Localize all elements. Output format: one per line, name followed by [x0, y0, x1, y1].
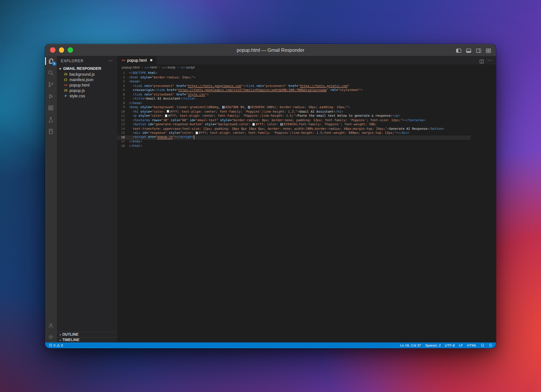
activity-source-control-icon[interactable] [45, 81, 57, 88]
file-item-manifest.json[interactable]: {}manifest.json [57, 77, 117, 82]
line-number: 8 [117, 101, 129, 106]
minimize-button[interactable] [59, 47, 64, 53]
file-list: JSbackground.js{}manifest.json<>popup.ht… [57, 72, 117, 99]
code-line-7[interactable]: 7 <title>Gmail AI Assistant</title> [117, 97, 496, 101]
close-button[interactable] [50, 47, 55, 53]
more-actions-icon[interactable]: ⋯ [109, 59, 114, 63]
json-file-icon: {} [64, 78, 68, 82]
breadcrumb-item-popup.html[interactable]: popup.html [122, 65, 140, 69]
breadcrumb: popup.html›</>html›</>body›</>script [117, 64, 496, 70]
encoding-setting[interactable]: UTF-8 [445, 343, 455, 347]
color-swatch[interactable] [196, 132, 198, 134]
file-name: style.css [69, 94, 85, 98]
color-swatch[interactable] [222, 106, 225, 108]
notifications-bell-icon[interactable] [489, 343, 493, 347]
modified-indicator[interactable] [150, 59, 152, 61]
layout-controls [456, 44, 491, 56]
file-name: background.js [69, 72, 95, 77]
color-swatch[interactable] [248, 106, 250, 108]
code-lines: 1<!DOCTYPE html>2<html style="border-rad… [117, 71, 496, 148]
activity-settings-icon[interactable] [45, 333, 57, 340]
line-number: 12 [117, 119, 129, 123]
editor-area: <> popup.html ⋯ popup.html›</>html›</>bo… [117, 56, 496, 342]
code-line-10[interactable]: 10 <h1 style="color: #fff; text-align: c… [117, 110, 496, 114]
code-line-16[interactable]: 16 <script src="popup.js"></script> [117, 136, 496, 140]
file-item-style.css[interactable]: #style.css [57, 93, 117, 99]
color-swatch[interactable] [280, 123, 283, 125]
activity-explorer-icon[interactable]: 1 [45, 58, 57, 64]
zoom-button[interactable] [68, 47, 73, 53]
tab-label: popup.html [127, 58, 147, 63]
activity-extensions-icon[interactable] [45, 105, 57, 111]
title-bar[interactable]: popup.html — Gmail Responder [45, 44, 496, 56]
code-line-12[interactable]: 12 <textarea rows="10" cols="60" id="ema… [117, 119, 496, 123]
code-line-13[interactable]: 13 <button id="generate-response-button"… [117, 123, 496, 127]
code-line-14[interactable]: 14 text-transform: uppercase;font-size: … [117, 127, 496, 132]
layout-sidebar-left-icon[interactable] [456, 47, 462, 53]
activity-bar-items: 1 [45, 58, 57, 135]
line-number: 2 [117, 76, 129, 80]
code-line-15[interactable]: 15 <div id="response" style="color: #fff… [117, 131, 496, 136]
color-swatch[interactable] [252, 123, 255, 125]
breadcrumb-item-html[interactable]: </>html [144, 65, 157, 69]
color-swatch[interactable] [165, 114, 167, 117]
tab-popup-html[interactable]: <> popup.html [117, 56, 156, 64]
activity-account-icon[interactable] [45, 322, 57, 329]
code-line-17[interactable]: 17</body> [117, 140, 496, 144]
code-line-9[interactable]: 9<body style="background: linear-gradien… [117, 105, 496, 110]
file-item-popup.html[interactable]: <>popup.html [57, 82, 117, 88]
code-editor[interactable]: 1<!DOCTYPE html>2<html style="border-rad… [117, 70, 496, 342]
layout-customize-icon[interactable] [486, 47, 491, 53]
timeline-section[interactable]: › TIMELINE [57, 337, 117, 342]
file-name: popup.html [69, 83, 90, 87]
activity-search-icon[interactable] [45, 69, 57, 76]
vscode-window: popup.html — Gmail Responder 1 EXPLORER … [45, 44, 496, 348]
folder-name: GMAIL RESPONDER [63, 66, 101, 71]
minimap[interactable] [471, 70, 496, 342]
js-file-icon: JS [64, 89, 68, 92]
code-line-11[interactable]: 11 <p style="color: #fff; text-align: ce… [117, 114, 496, 119]
window-title: popup.html — Gmail Responder [45, 47, 496, 53]
breadcrumb-item-body[interactable]: </>body [162, 65, 175, 69]
cursor-position[interactable]: Ln 16, Col 37 [400, 343, 421, 347]
code-line-2[interactable]: 2<html style="border-radius: 24px;"> [117, 76, 496, 80]
sidebar-bottom-sections: › OUTLINE › TIMELINE [57, 332, 117, 342]
indentation-setting[interactable]: Spaces: 2 [425, 343, 441, 347]
problems-indicator[interactable]: 0 0 [49, 343, 63, 347]
editor-more-actions-icon[interactable]: ⋯ [487, 58, 492, 63]
code-line-6[interactable]: 6 <link rel="stylesheet" href="style.css… [117, 93, 496, 97]
language-mode[interactable]: HTML [467, 343, 477, 347]
file-item-background.js[interactable]: JSbackground.js [57, 72, 117, 77]
code-line-18[interactable]: 18</html> [117, 144, 496, 149]
feedback-icon[interactable] [481, 343, 485, 347]
folder-section-header[interactable]: ▾ GMAIL RESPONDER [57, 65, 117, 72]
desktop-wallpaper: popup.html — Gmail Responder 1 EXPLORER … [0, 0, 541, 392]
code-text: text-transform: uppercase;font-size: 12p… [129, 127, 445, 132]
layout-panel-icon[interactable] [466, 47, 472, 53]
activity-testing-icon[interactable] [45, 116, 57, 123]
tab-bar: <> popup.html ⋯ [117, 56, 496, 64]
explorer-title: EXPLORER [61, 59, 83, 63]
line-number: 18 [117, 144, 129, 149]
layout-sidebar-right-icon[interactable] [476, 47, 481, 53]
code-line-3[interactable]: 3<head> [117, 80, 496, 84]
activity-run-debug-icon[interactable] [45, 93, 57, 100]
activity-bar: 1 [45, 56, 57, 342]
code-line-1[interactable]: 1<!DOCTYPE html> [117, 71, 496, 76]
code-line-4[interactable]: 4 <link rel="preconnect" href="https://f… [117, 84, 496, 89]
code-line-8[interactable]: 8</head> [117, 101, 496, 106]
activity-notebook-icon[interactable] [45, 128, 57, 135]
file-item-popup.js[interactable]: JSpopup.js [57, 88, 117, 93]
color-swatch[interactable] [167, 110, 169, 113]
split-editor-icon[interactable] [479, 58, 484, 63]
code-text: </head> [129, 101, 142, 106]
eol-setting[interactable]: LF [459, 343, 463, 347]
code-text: <script src="popup.js"></script> [129, 135, 194, 140]
html-file-icon: <> [64, 83, 68, 87]
code-line-5[interactable]: 5 crossorigin><link href="https://fonts.… [117, 88, 496, 93]
line-number: 15 [117, 131, 129, 136]
breadcrumb-item-script[interactable]: </>script [180, 65, 195, 69]
outline-section[interactable]: › OUTLINE [57, 332, 117, 337]
line-number: 17 [117, 140, 129, 144]
file-name: manifest.json [69, 77, 93, 82]
